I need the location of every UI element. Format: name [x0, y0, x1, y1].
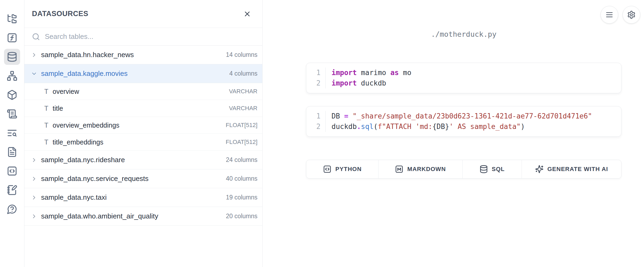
network-icon	[7, 71, 17, 81]
activity-rail	[0, 0, 24, 267]
table-name: sample_data.who.ambient_air_quality	[41, 212, 222, 220]
chevron-right-icon	[31, 194, 37, 201]
code-line: duckdb.sql(f"ATTACH 'md:{DB}' AS sample_…	[332, 121, 621, 132]
table-column-count: 14 columns	[226, 51, 257, 58]
column-type: FLOAT[512]	[226, 139, 257, 146]
line-number: 1	[306, 111, 325, 121]
column-row[interactable]: ToverviewVARCHAR	[24, 83, 262, 100]
code-token: ' AS sample_data"	[449, 123, 521, 131]
column-row[interactable]: Toverview_embeddingsFLOAT[512]	[24, 117, 262, 134]
menu-icon	[605, 10, 614, 19]
code-token: (	[374, 123, 378, 131]
text-type-icon: T	[44, 105, 48, 112]
code-line: import marimo as mo	[332, 68, 621, 78]
sidebar-item-snippets[interactable]	[4, 163, 20, 179]
sidebar-item-logs[interactable]	[4, 106, 20, 122]
add-cell-bar: PYTHONMARKDOWNSQLGENERATE WITH AI	[306, 160, 621, 179]
search-icon	[32, 33, 40, 41]
column-row[interactable]: Ttitle_embeddingsFLOAT[512]	[24, 134, 262, 151]
close-icon	[243, 10, 251, 18]
panel-title: DATASOURCES	[32, 10, 88, 18]
file-text-icon	[7, 147, 17, 157]
table-row[interactable]: sample_data.who.ambient_air_quality20 co…	[24, 207, 262, 226]
table-row[interactable]: sample_data.nyc.rideshare24 columns	[24, 151, 262, 169]
sidebar-item-tracing[interactable]	[4, 125, 20, 141]
add-cell-button-label: PYTHON	[335, 166, 362, 173]
text-type-icon: T	[44, 121, 48, 129]
add-cell-button-label: SQL	[492, 166, 505, 173]
code-token: import	[332, 79, 357, 87]
column-name: title	[53, 105, 225, 112]
sidebar-item-datasources[interactable]	[4, 49, 20, 65]
menu-button[interactable]	[601, 6, 618, 24]
chevron-down-icon	[31, 71, 37, 77]
add-python-cell-button[interactable]: PYTHON	[306, 160, 379, 178]
chevron-right-icon	[31, 52, 37, 58]
notebook-content: ./motherduck.py 12import marimo as moimp…	[306, 30, 621, 179]
code-line: import duckdb	[332, 78, 621, 88]
column-type: VARCHAR	[229, 105, 257, 112]
markdown-square-icon	[395, 165, 403, 173]
code-token: "ATTACH 'md:	[382, 123, 432, 131]
code-token: mo	[399, 69, 411, 77]
add-generate-ai-cell-button[interactable]: GENERATE WITH AI	[522, 160, 621, 178]
code-token: f	[378, 123, 382, 131]
add-markdown-cell-button[interactable]: MARKDOWN	[379, 160, 462, 178]
sidebar-item-help[interactable]	[4, 201, 20, 217]
text-search-icon	[7, 128, 17, 138]
text-type-icon: T	[44, 88, 48, 95]
add-sql-cell-button[interactable]: SQL	[463, 160, 522, 178]
close-panel-button[interactable]	[241, 8, 253, 20]
column-name: overview_embeddings	[53, 121, 221, 129]
table-row[interactable]: sample_data.nyc.taxi19 columns	[24, 188, 262, 207]
table-name: sample_data.nyc.taxi	[41, 193, 222, 202]
sidebar-item-scratchpad[interactable]	[4, 182, 20, 198]
line-number-gutter: 12	[306, 111, 326, 132]
line-number: 1	[306, 68, 325, 78]
code-token	[348, 112, 353, 120]
column-name: title_embeddings	[53, 138, 221, 146]
notebook-area: ./motherduck.py 12import marimo as moimp…	[263, 0, 644, 267]
sidebar-item-packages[interactable]	[4, 87, 20, 103]
table-name: sample_data.nyc.rideshare	[41, 156, 222, 164]
code-token: )	[521, 123, 525, 131]
help-chat-icon	[7, 204, 17, 214]
code-content: import marimo as moimport duckdb	[326, 68, 621, 88]
table-row[interactable]: sample_data.nyc.service_requests40 colum…	[24, 169, 262, 188]
table-column-count: 20 columns	[226, 213, 257, 220]
sidebar-item-documentation[interactable]	[4, 144, 20, 160]
code-square-icon	[323, 165, 332, 173]
app-root: DATASOURCES sample_data.hn.hacker_news14…	[0, 0, 644, 267]
table-name: sample_data.nyc.service_requests	[41, 175, 222, 183]
column-name: overview	[53, 88, 225, 95]
code-token: DB	[332, 112, 344, 120]
code-token: .	[357, 123, 361, 131]
sidebar-item-file-explorer[interactable]	[4, 11, 20, 27]
code-cell[interactable]: 12import marimo as moimport duckdb	[306, 63, 621, 93]
database-icon	[479, 165, 488, 173]
tables-list: sample_data.hn.hacker_news14 columnssamp…	[24, 46, 262, 267]
table-row[interactable]: sample_data.hn.hacker_news14 columns	[24, 46, 262, 64]
notebook-filename: ./motherduck.py	[306, 30, 621, 38]
panel-header: DATASOURCES	[24, 0, 262, 28]
column-type: FLOAT[512]	[226, 122, 257, 129]
sidebar-item-variables[interactable]	[4, 30, 20, 46]
chevron-right-icon	[31, 157, 37, 163]
text-type-icon: T	[44, 138, 48, 146]
table-name: sample_data.hn.hacker_news	[41, 51, 222, 59]
code-token: duckdb	[332, 123, 357, 131]
notebook-pen-icon	[7, 185, 17, 195]
line-number-gutter: 12	[306, 68, 326, 88]
code-cell[interactable]: 12DB = "_share/sample_data/23b0d623-1361…	[306, 106, 621, 137]
code-square-icon	[7, 166, 17, 176]
sidebar-item-dependencies[interactable]	[4, 68, 20, 84]
code-token: =	[344, 112, 348, 120]
settings-button[interactable]	[623, 6, 640, 24]
search-input[interactable]	[45, 32, 255, 41]
code-token: sql	[361, 123, 374, 131]
column-row[interactable]: TtitleVARCHAR	[24, 100, 262, 117]
code-line: DB = "_share/sample_data/23b0d623-1361-4…	[332, 111, 621, 121]
cells-container: 12import marimo as moimport duckdb12DB =…	[306, 63, 621, 137]
table-row[interactable]: sample_data.kaggle.movies4 columns	[24, 64, 262, 83]
chevron-right-icon	[31, 213, 37, 220]
